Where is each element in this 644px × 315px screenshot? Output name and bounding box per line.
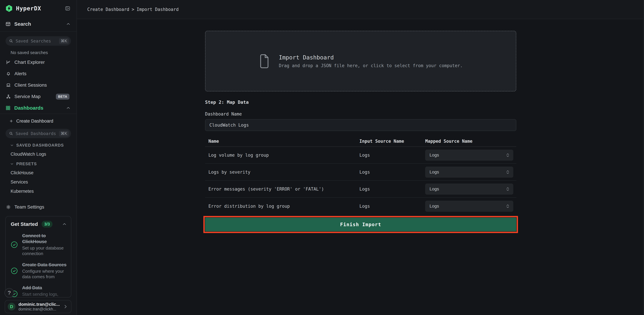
- chevron-right-icon: [63, 304, 68, 309]
- search-section-label: Search: [14, 21, 31, 27]
- dashboard-name-label: Dashboard Name: [205, 112, 644, 117]
- saved-dashboards-group-label: SAVED DASHBOARDS: [16, 143, 64, 148]
- sidebar-item-label: Client Sessions: [14, 83, 47, 88]
- get-started-item-sources[interactable]: Create Data Sources Configure where your…: [11, 262, 66, 280]
- app-title: HyperDX: [16, 5, 41, 12]
- avatar: D: [8, 303, 16, 310]
- get-started-item-title: Connect to ClickHouse: [22, 233, 66, 245]
- input-source-cell: Logs: [360, 170, 425, 175]
- mapped-source-select[interactable]: Logs: [425, 167, 513, 178]
- dropzone-subtitle: Drag and drop a JSON file here, or click…: [279, 63, 463, 68]
- breadcrumb: Create Dashboard > Import Dashboard: [77, 0, 644, 19]
- hyperdx-logo-icon: [5, 5, 13, 12]
- plus-icon: [9, 119, 13, 123]
- input-source-cell: Logs: [360, 187, 425, 192]
- get-started-item-title: Create Data Sources: [22, 262, 66, 268]
- sidebar-item-label: Alerts: [14, 71, 26, 76]
- dashboards-block: Create Dashboard Saved Dashboards ⌘K SAV…: [0, 116, 76, 194]
- shortcut-badge: ⌘K: [59, 131, 69, 137]
- get-started-item-add-data[interactable]: Add Data Start sending logs, metrics, or…: [11, 285, 66, 297]
- mapped-source-select[interactable]: Logs: [425, 201, 513, 212]
- chevron-down-icon: [10, 162, 14, 166]
- get-started-item-connect[interactable]: Connect to ClickHouse Set up your databa…: [11, 233, 66, 256]
- presets-group-header[interactable]: PRESETS: [10, 162, 71, 166]
- breadcrumb-import-dashboard: Import Dashboard: [136, 7, 178, 12]
- chart-explorer-icon: [6, 60, 11, 65]
- sidebar-item-alerts[interactable]: Alerts: [0, 68, 76, 79]
- saved-dashboards-group-header[interactable]: SAVED DASHBOARDS: [10, 143, 71, 148]
- beta-badge: BETA: [56, 94, 70, 100]
- saved-dashboards-input[interactable]: Saved Dashboards ⌘K: [6, 129, 71, 138]
- select-chevrons-icon: [506, 169, 510, 175]
- check-circle-icon: [11, 241, 18, 248]
- json-file-dropzone[interactable]: Import Dashboard Drag and drop a JSON fi…: [205, 31, 516, 92]
- user-account-button[interactable]: D dominic.tran@clic... dominic.tran@clic…: [5, 300, 72, 313]
- help-button[interactable]: ?: [4, 288, 14, 297]
- get-started-progress-badge: 3/3: [42, 221, 52, 227]
- sidebar-section-search[interactable]: Search: [0, 17, 76, 32]
- search-icon: [9, 131, 13, 136]
- selected-option: Logs: [430, 203, 439, 209]
- select-chevrons-icon: [506, 186, 510, 192]
- select-chevrons-icon: [506, 152, 510, 158]
- get-started-header[interactable]: Get Started 3/3: [11, 221, 66, 227]
- app-root: HyperDX Search: [0, 0, 644, 315]
- sidebar-item-service-map[interactable]: Service Map BETA: [0, 91, 76, 102]
- chevron-down-icon: [10, 144, 14, 147]
- column-header-name: Name: [208, 139, 360, 144]
- no-saved-searches-text: No saved searches: [10, 50, 71, 55]
- dropzone-title: Import Dashboard: [279, 54, 463, 61]
- source-mapping-table: Name Input Source Name Mapped Source Nam…: [205, 136, 516, 215]
- dashboard-name-input[interactable]: [205, 119, 516, 131]
- user-email: dominic.tran@clickh...: [18, 307, 60, 311]
- chart-name-cell: Error messages (severity 'ERROR' or 'FAT…: [208, 187, 360, 192]
- table-header-row: Name Input Source Name Mapped Source Nam…: [205, 136, 516, 147]
- sidebar-item-client-sessions[interactable]: Client Sessions: [0, 79, 76, 91]
- get-started-panel: Get Started 3/3 Connect to ClickHouse Se…: [5, 216, 71, 297]
- sidebar-item-chart-explorer[interactable]: Chart Explorer: [0, 57, 76, 68]
- get-started-title: Get Started: [11, 221, 38, 227]
- main-area: Create Dashboard > Import Dashboard Impo…: [77, 0, 644, 315]
- chart-name-cell: Logs by severity: [208, 170, 360, 175]
- sidebar: HyperDX Search: [0, 0, 77, 315]
- table-row: Logs by severity Logs Logs: [205, 164, 516, 181]
- sidebar-item-services[interactable]: Services: [10, 179, 71, 185]
- service-map-icon: [6, 94, 11, 99]
- gear-icon: [6, 205, 11, 209]
- chart-name-cell: Error distribution by log group: [208, 204, 360, 209]
- sidebar-item-team-settings[interactable]: Team Settings: [0, 201, 76, 213]
- import-dashboard-content: Import Dashboard Drag and drop a JSON fi…: [77, 19, 644, 315]
- input-source-cell: Logs: [360, 204, 425, 209]
- sidebar-item-kubernetes[interactable]: Kubernetes: [10, 189, 71, 194]
- breadcrumb-create-dashboard[interactable]: Create Dashboard: [87, 7, 129, 12]
- saved-dashboards-placeholder: Saved Dashboards: [16, 131, 56, 136]
- laptop-icon: [6, 83, 11, 88]
- dashboards-section-label: Dashboards: [14, 105, 43, 111]
- logo-row: HyperDX: [0, 0, 76, 17]
- shortcut-badge: ⌘K: [59, 38, 69, 44]
- input-source-cell: Logs: [360, 153, 425, 158]
- sidebar-item-cloudwatch-logs[interactable]: CloudWatch Logs: [10, 152, 71, 157]
- sidebar-section-dashboards[interactable]: Dashboards: [0, 102, 76, 114]
- mapped-source-select[interactable]: Logs: [425, 184, 513, 195]
- get-started-item-desc: Start sending logs, metrics, or traces: [22, 291, 66, 297]
- chevron-up-icon: [66, 22, 70, 26]
- sidebar-item-clickhouse[interactable]: ClickHouse: [10, 170, 71, 175]
- file-icon: [259, 53, 270, 69]
- saved-searches-input[interactable]: Saved Searches ⌘K: [6, 36, 71, 46]
- check-circle-icon: [11, 267, 18, 274]
- selected-option: Logs: [430, 186, 439, 192]
- create-dashboard-label: Create Dashboard: [16, 119, 53, 124]
- user-display-name: dominic.tran@clic...: [18, 302, 60, 307]
- mapped-source-select[interactable]: Logs: [425, 150, 513, 161]
- chevron-up-icon: [62, 222, 66, 226]
- create-dashboard-button[interactable]: Create Dashboard: [6, 116, 71, 126]
- search-section-icon: [6, 22, 10, 27]
- finish-import-button[interactable]: Finish Import: [205, 218, 516, 231]
- collapse-sidebar-icon[interactable]: [65, 6, 70, 11]
- table-row: Error distribution by log group Logs Log…: [205, 198, 516, 215]
- breadcrumb-separator: >: [132, 7, 134, 12]
- table-row: Log volume by log group Logs Logs: [205, 147, 516, 164]
- scrollbar-track[interactable]: [643, 0, 644, 315]
- chart-name-cell: Log volume by log group: [208, 153, 360, 158]
